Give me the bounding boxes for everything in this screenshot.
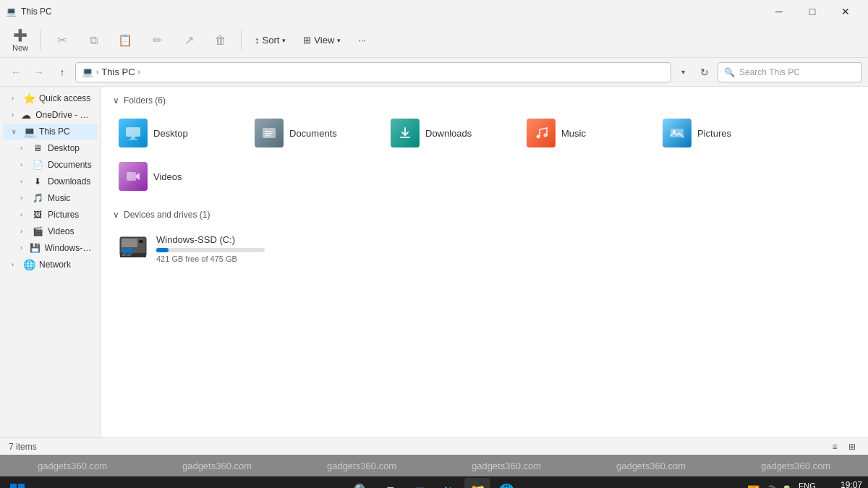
expand-icon: › [12,95,19,102]
sort-button[interactable]: ↕ Sort ▾ [247,30,293,50]
expand-icon: › [12,261,19,268]
up-button[interactable]: ↑ [52,62,72,82]
taskbar-cloud-icon[interactable]: ☁ [733,485,743,488]
taskbar-store-icon: 🛍 [443,484,454,488]
sidebar-item-desktop[interactable]: › 🖥 Desktop [3,140,98,156]
paste-button[interactable]: 📋 [111,30,140,50]
sidebar-item-documents[interactable]: › 📄 Documents [3,157,98,173]
drives-chevron-icon: ∨ [113,210,119,220]
svg-rect-19 [123,249,127,252]
svg-rect-18 [127,254,131,256]
sidebar-label-quick-access: Quick access [39,93,90,103]
folder-name-videos: Videos [153,171,182,182]
maximize-button[interactable]: □ [796,0,829,23]
expand-icon: › [20,161,27,168]
view-button[interactable]: ⊞ View ▾ [296,30,348,50]
downloads-icon: ⬇ [32,176,43,187]
folder-name-pictures: Pictures [697,128,731,139]
folder-item-documents[interactable]: Documents [249,114,379,152]
taskbar-explorer-icon: 📁 [469,483,485,488]
network-icon: 🌐 [23,259,35,270]
cut-button[interactable]: ✂ [47,30,76,50]
folder-icon-videos [119,162,148,191]
svg-point-8 [537,135,540,139]
sidebar-label-documents: Documents [48,160,92,170]
forward-button[interactable]: → [29,62,49,82]
folder-item-videos[interactable]: Videos [113,158,243,195]
taskbar-search-icon: 🔍 [354,483,370,488]
share-icon: ↗ [184,33,194,47]
item-count: 7 items [9,442,37,452]
path-icon: 💻 [82,67,93,77]
svg-rect-7 [400,137,410,138]
close-button[interactable]: ✕ [829,0,862,23]
taskbar-store-button[interactable]: 🛍 [435,478,461,488]
delete-icon: 🗑 [215,34,226,47]
taskbar-widgets-button[interactable]: ⊞ [407,478,433,488]
share-button[interactable]: ↗ [174,30,203,50]
new-label: New [12,43,28,52]
folder-item-music[interactable]: Music [521,114,651,152]
drive-icon-c [119,234,148,263]
sidebar-item-pictures[interactable]: › 🖼 Pictures [3,207,98,223]
grid-view-button[interactable]: ⊞ [845,440,859,454]
music-icon: 🎵 [32,192,43,204]
sidebar-label-this-pc: This PC [39,127,70,137]
sidebar-item-this-pc[interactable]: ∨ 💻 This PC [3,124,98,140]
sidebar-item-windows-ssd[interactable]: › 💾 Windows-SSD (C:) [3,240,98,256]
svg-rect-20 [127,248,132,252]
folders-section-header[interactable]: ∨ Folders (6) [113,95,856,106]
address-path[interactable]: 💻 › This PC › [75,62,671,82]
more-button[interactable]: ··· [351,30,373,50]
view-label: View [314,35,334,46]
path-this-pc: This PC [101,67,135,77]
sort-label: Sort [263,35,280,46]
copy-button[interactable]: ⧉ [79,31,108,50]
sidebar-item-videos[interactable]: › 🎬 Videos [3,223,98,239]
svg-rect-0 [126,127,140,137]
taskbar-volume-icon[interactable]: 🔊 [764,485,776,488]
sidebar-item-onedrive[interactable]: › ☁ OneDrive - Personal [3,107,98,123]
taskbar-search-button[interactable]: 🔍 [349,478,375,488]
new-button[interactable]: ➕ New [6,25,35,55]
watermark-5: gadgets360.com [616,461,686,471]
address-dropdown-button[interactable]: ▾ [674,62,692,82]
svg-point-9 [544,134,548,137]
folder-name-desktop: Desktop [153,128,188,139]
svg-rect-22 [127,252,132,254]
list-view-button[interactable]: ≡ [827,440,842,454]
sidebar-item-downloads[interactable]: › ⬇ Downloads [3,174,98,189]
drives-section-header[interactable]: ∨ Devices and drives (1) [113,210,856,220]
search-box[interactable]: 🔍 Search This PC [718,62,862,82]
minimize-button[interactable]: ─ [762,0,796,23]
folder-icon-desktop [119,119,148,147]
drive-name-c: Windows-SSD (C:) [156,234,266,245]
sidebar-item-music[interactable]: › 🎵 Music [3,190,98,206]
taskbar-chrome-button[interactable]: 🌐 [493,478,519,488]
taskbar-taskview-icon: ⧉ [387,484,395,488]
delete-button[interactable]: 🗑 [206,31,235,50]
new-icon: ➕ [13,28,27,42]
rename-button[interactable]: ✏ [142,30,171,50]
sidebar-item-network[interactable]: › 🌐 Network [3,257,98,273]
expand-icon: › [12,111,17,119]
folder-item-downloads[interactable]: Downloads [385,114,515,152]
refresh-button[interactable]: ↻ [694,62,715,82]
taskbar-explorer-button[interactable]: 📁 [464,478,490,488]
content-area: ∨ Folders (6) Desktop [101,87,868,437]
taskbar-task-view-button[interactable]: ⧉ [378,478,404,488]
lang-indicator[interactable]: ENG IN [799,481,816,488]
drive-item-c[interactable]: Windows-SSD (C:) 421 GB free of 475 GB [113,228,272,269]
start-button[interactable] [6,479,29,488]
back-button[interactable]: ← [6,62,26,82]
title-bar: 💻 This PC ─ □ ✕ [0,0,868,23]
taskbar-wifi-icon[interactable]: 📶 [747,485,760,488]
svg-rect-17 [122,254,126,256]
sidebar-label-onedrive: OneDrive - Personal [35,110,92,120]
folder-item-pictures[interactable]: Pictures [657,114,787,152]
taskbar-datetime[interactable]: 19:07 28-10-2021 [822,480,862,488]
taskbar-battery-icon[interactable]: 🔋 [780,485,793,488]
folder-item-desktop[interactable]: Desktop [113,114,243,152]
sidebar-item-quick-access[interactable]: › ⭐ Quick access [3,90,98,106]
expand-icon: › [20,145,27,152]
